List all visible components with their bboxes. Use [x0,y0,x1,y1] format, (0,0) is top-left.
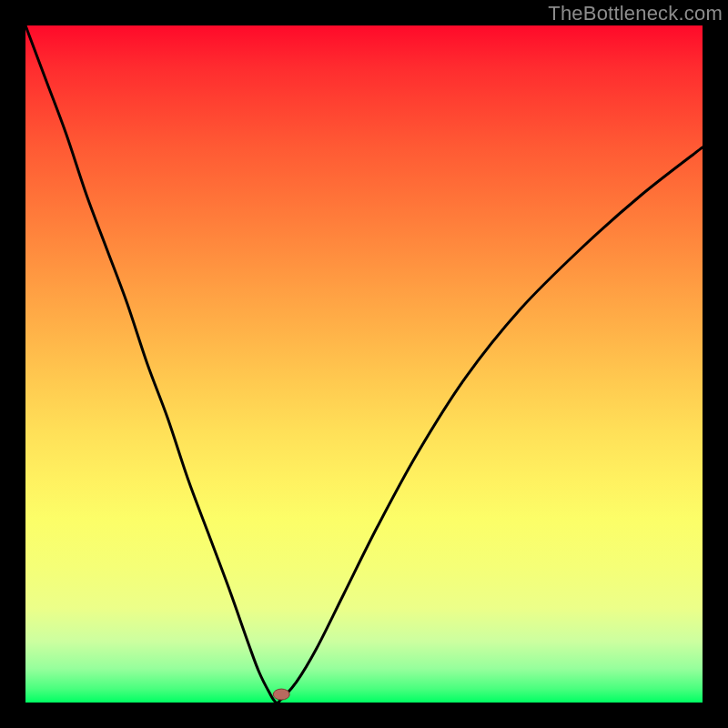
minimum-marker [273,689,289,700]
plot-area [25,25,703,703]
watermark-text: TheBottleneck.com [548,2,723,25]
curve-path [25,25,703,703]
bottleneck-curve [25,25,703,703]
chart-frame: TheBottleneck.com [0,0,728,728]
